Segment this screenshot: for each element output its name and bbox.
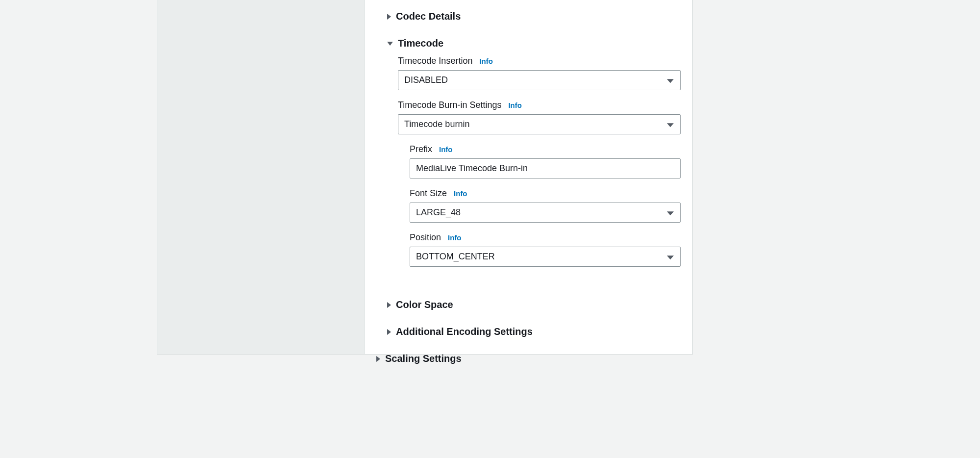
label-fontsize: Font Size (410, 188, 447, 199)
label-timecode-burnin: Timecode Burn-in Settings (398, 100, 501, 110)
chevron-right-icon (387, 14, 391, 20)
chevron-right-icon (376, 356, 380, 362)
section-scaling-settings[interactable]: Scaling Settings (376, 346, 681, 371)
section-title-color-space: Color Space (396, 299, 453, 310)
section-title-scaling-settings: Scaling Settings (385, 353, 462, 364)
select-position[interactable]: BOTTOM_CENTER (410, 247, 681, 267)
sidebar-panel (157, 0, 365, 354)
section-title-additional-encoding: Additional Encoding Settings (396, 326, 533, 337)
section-title-codec-details: Codec Details (396, 11, 461, 22)
left-margin (0, 0, 157, 458)
select-timecode-burnin[interactable]: Timecode burnin (398, 114, 681, 134)
info-link-timecode-burnin[interactable]: Info (508, 101, 522, 109)
main-panel: Codec Details Timecode Timecode Insertio (365, 0, 693, 354)
section-timecode[interactable]: Timecode (387, 31, 681, 56)
label-position: Position (410, 232, 441, 243)
section-color-space[interactable]: Color Space (387, 292, 681, 317)
chevron-right-icon (387, 329, 391, 335)
select-timecode-insertion[interactable]: DISABLED (398, 70, 681, 90)
chevron-right-icon (387, 302, 391, 308)
info-link-fontsize[interactable]: Info (454, 189, 467, 198)
info-link-position[interactable]: Info (448, 233, 462, 242)
right-margin (693, 0, 980, 458)
chevron-down-icon (387, 42, 393, 46)
label-prefix: Prefix (410, 144, 432, 154)
section-codec-details[interactable]: Codec Details (387, 4, 681, 29)
input-prefix[interactable] (410, 158, 681, 178)
select-fontsize[interactable]: LARGE_48 (410, 203, 681, 223)
info-link-timecode-insertion[interactable]: Info (479, 57, 493, 65)
label-timecode-insertion: Timecode Insertion (398, 56, 472, 66)
section-title-timecode: Timecode (398, 38, 443, 49)
section-additional-encoding[interactable]: Additional Encoding Settings (387, 319, 681, 344)
info-link-prefix[interactable]: Info (439, 145, 453, 153)
